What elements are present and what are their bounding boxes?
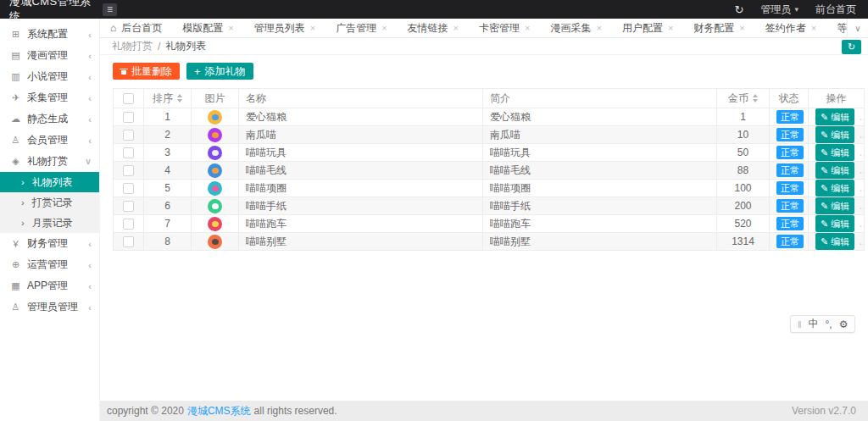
sidebar-subitem-打赏记录[interactable]: ›打赏记录	[0, 192, 99, 213]
tab-item-9[interactable]: 签约作者×	[755, 19, 826, 37]
close-icon[interactable]: ×	[525, 23, 530, 33]
more-actions[interactable]: …	[859, 235, 864, 247]
add-gift-label: 添加礼物	[205, 64, 246, 79]
user-menu[interactable]: 管理员 ▾	[760, 3, 798, 17]
sidebar-item-label: 采集管理	[27, 91, 82, 105]
cell-order: 6	[144, 197, 192, 215]
more-actions[interactable]: …	[859, 200, 864, 212]
row-checkbox[interactable]	[123, 219, 134, 230]
close-icon[interactable]: ×	[381, 23, 387, 33]
frontend-home-link[interactable]: 前台首页	[815, 3, 856, 17]
sidebar-item-7[interactable]: ◈礼物打赏∨	[0, 151, 99, 172]
tab-item-10[interactable]: 等待认证×	[826, 19, 847, 37]
cell-desc: 爱心猫粮	[483, 108, 717, 126]
edit-pencil-icon: ✎	[821, 183, 828, 194]
close-icon[interactable]: ×	[811, 23, 816, 33]
edit-pencil-icon: ✎	[821, 219, 828, 230]
more-actions[interactable]: …	[859, 129, 864, 141]
add-gift-button[interactable]: + 添加礼物	[186, 63, 253, 80]
ime-lang-indicator[interactable]: 中	[809, 317, 819, 331]
sidebar-item-1[interactable]: ⊞系统配置‹	[0, 24, 99, 45]
batch-delete-button[interactable]: 批量删除	[113, 63, 180, 80]
cell-ops: ✎编辑…	[809, 215, 865, 233]
hamburger-icon[interactable]: ≡	[103, 3, 117, 16]
gift-image-detail	[212, 132, 219, 138]
more-actions[interactable]: …	[859, 182, 864, 194]
sidebar-item-5[interactable]: ☁静态生成‹	[0, 108, 99, 130]
sidebar-item-4[interactable]: ✈采集管理‹	[0, 87, 99, 108]
refresh-icon[interactable]: ↻	[735, 3, 744, 16]
edit-label: 编辑	[831, 200, 849, 213]
tab-item-5[interactable]: 卡密管理×	[469, 19, 540, 37]
header-desc: 简介	[483, 89, 717, 108]
sidebar-item-6[interactable]: ♙会员管理‹	[0, 130, 99, 151]
sidebar-item-label: 漫画管理	[27, 48, 82, 63]
sidebar-item-3[interactable]: ▥小说管理‹	[0, 66, 99, 87]
close-icon[interactable]: ×	[453, 23, 459, 33]
tab-item-7[interactable]: 用户配置×	[612, 19, 683, 37]
sidebar-subitem-月票记录[interactable]: ›月票记录	[0, 213, 99, 233]
footer-cms-link[interactable]: 漫城CMS系统	[187, 404, 251, 418]
close-icon[interactable]: ×	[739, 23, 744, 33]
ime-punct-icon[interactable]: °,	[826, 319, 832, 330]
close-icon[interactable]: ×	[310, 23, 315, 33]
close-icon[interactable]: ×	[228, 23, 233, 33]
edit-button[interactable]: ✎编辑	[815, 180, 854, 197]
tab-overflow-chevron-icon[interactable]: ∨	[847, 19, 868, 37]
cell-name: 爱心猫粮	[239, 108, 483, 126]
row-checkbox[interactable]	[123, 236, 134, 247]
tab-item-3[interactable]: 广告管理×	[326, 19, 397, 37]
edit-button[interactable]: ✎编辑	[815, 197, 854, 214]
sidebar-item-11[interactable]: ♙管理员管理‹	[0, 296, 99, 318]
row-checkbox[interactable]	[123, 147, 134, 158]
sidebar-item-label: 礼物打赏	[27, 154, 79, 169]
chevron-collapsed-icon: ‹	[88, 302, 92, 313]
sort-coins-icon[interactable]	[753, 94, 758, 102]
table-row-1: 1爱心猫粮爱心猫粮1正常✎编辑…	[114, 108, 865, 126]
sidebar-item-10[interactable]: ▦APP管理‹	[0, 275, 99, 296]
cell-checkbox	[114, 108, 144, 126]
page-refresh-button[interactable]: ↻	[842, 40, 861, 54]
sidebar-item-label: 管理员管理	[27, 300, 82, 314]
chevron-expanded-icon: ∨	[85, 156, 92, 167]
tab-home[interactable]: ⌂ 后台首页	[100, 19, 172, 37]
edit-button[interactable]: ✎编辑	[815, 126, 854, 143]
row-checkbox[interactable]	[123, 201, 134, 212]
edit-button[interactable]: ✎编辑	[815, 108, 854, 125]
ime-grip-icon[interactable]: ‖	[798, 319, 802, 330]
more-actions[interactable]: …	[859, 218, 864, 230]
status-badge: 正常	[776, 217, 804, 230]
tab-item-2[interactable]: 管理员列表×	[244, 19, 326, 37]
gift-image-detail	[212, 221, 219, 227]
sidebar-item-8[interactable]: ¥财务管理‹	[0, 233, 99, 254]
tab-item-1[interactable]: 模版配置×	[172, 19, 243, 37]
edit-button[interactable]: ✎编辑	[815, 233, 854, 250]
select-all-checkbox[interactable]	[123, 93, 134, 104]
edit-button[interactable]: ✎编辑	[815, 144, 854, 161]
cell-desc: 喵喵项圈	[483, 180, 717, 197]
close-icon[interactable]: ×	[668, 23, 673, 33]
sidebar-item-9[interactable]: ⊕运营管理‹	[0, 254, 99, 275]
gift-image-detail	[212, 150, 219, 156]
edit-button[interactable]: ✎编辑	[815, 162, 854, 179]
more-actions[interactable]: …	[859, 147, 864, 158]
gear-icon[interactable]: ⚙	[839, 319, 849, 330]
tab-item-6[interactable]: 漫画采集×	[540, 19, 611, 37]
row-checkbox[interactable]	[123, 165, 134, 176]
row-checkbox[interactable]	[123, 130, 134, 141]
more-actions[interactable]: …	[859, 164, 864, 176]
tab-item-8[interactable]: 财务配置×	[683, 19, 754, 37]
novel-icon: ▥	[10, 71, 21, 82]
tab-label: 模版配置	[182, 21, 223, 36]
tab-item-4[interactable]: 友情链接×	[398, 19, 469, 37]
sidebar-item-2[interactable]: ▤漫画管理‹	[0, 45, 99, 66]
row-checkbox[interactable]	[123, 112, 134, 123]
row-checkbox[interactable]	[123, 183, 134, 194]
more-actions[interactable]: …	[859, 111, 864, 123]
edit-button[interactable]: ✎编辑	[815, 215, 854, 232]
close-icon[interactable]: ×	[596, 23, 601, 33]
sort-order-icon[interactable]	[177, 94, 182, 102]
tab-home-label: 后台首页	[121, 21, 162, 36]
sidebar-subitem-礼物列表[interactable]: ›礼物列表	[0, 172, 99, 192]
table-row-6: 6喵喵手纸喵喵手纸200正常✎编辑…	[114, 197, 865, 215]
